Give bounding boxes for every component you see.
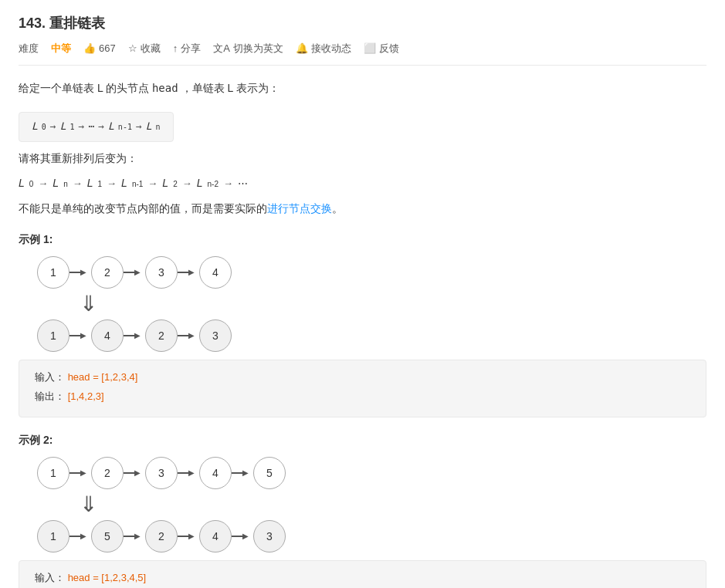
feedback-button[interactable]: ⬜ 反馈 [364, 41, 399, 57]
like-button[interactable]: 👍 667 [83, 41, 116, 57]
node: 1 [37, 457, 69, 489]
example1-input-line: 输入： head = [1,2,3,4] [35, 370, 690, 386]
example2-input-line: 输入： head = [1,2,3,4,5] [35, 570, 690, 586]
subscribe-button[interactable]: 🔔 接收动态 [296, 41, 351, 57]
node: 2 [91, 457, 124, 489]
node: 4 [199, 256, 232, 289]
node: 2 [145, 319, 178, 352]
formula-reordered: L0 → Ln → L1 → Ln-1 → L2 → Ln-2 → ⋯ [19, 174, 706, 192]
example1-output-label: 输出： [35, 390, 65, 402]
node: 5 [253, 457, 286, 489]
star-icon: ☆ [128, 41, 137, 57]
like-icon: 👍 [83, 41, 96, 57]
example2-before-row: 1 2 3 4 5 [37, 457, 286, 489]
down-arrow-2: ⇓ [80, 494, 97, 515]
difficulty-badge[interactable]: 中等 [51, 41, 71, 57]
example1-before-row: 1 2 3 4 [37, 256, 232, 289]
node: 3 [145, 457, 178, 489]
arrow [232, 467, 253, 479]
example1-input-value: head = [1,2,3,4] [68, 371, 138, 383]
collect-button[interactable]: ☆ 收藏 [128, 41, 161, 57]
down-arrow-1: ⇓ [80, 293, 97, 315]
example2-after-row: 1 5 2 4 3 [37, 520, 286, 553]
feedback-icon: ⬜ [364, 41, 376, 57]
node: 3 [145, 256, 178, 289]
arrow [178, 530, 199, 542]
example1-diagram: 1 2 3 4 ⇓ 1 4 2 3 [37, 256, 706, 352]
example1-after-row: 1 4 2 3 [37, 319, 232, 352]
example2-title: 示例 2: [19, 431, 706, 448]
node: 1 [37, 520, 69, 553]
arrow [124, 530, 145, 542]
node: 5 [91, 520, 124, 553]
arrow [69, 329, 91, 342]
arrow [69, 467, 91, 479]
node: 1 [37, 319, 69, 352]
reorder-prompt: 请将其重新排列后变为： [19, 150, 706, 167]
node: 3 [253, 520, 286, 553]
page-title: 143. 重排链表 [19, 12, 706, 35]
example1-code: 输入： head = [1,2,3,4] 输出： [1,4,2,3] [19, 360, 706, 418]
arrow [124, 329, 145, 342]
down-arrow-icon: ⇓ [80, 293, 97, 315]
node: 2 [145, 520, 178, 553]
node: 4 [199, 520, 232, 553]
content-area: 给定一个单链表 L 的头节点 head ，单链表 L 表示为： L0 → L1 … [19, 79, 706, 588]
node: 2 [91, 256, 124, 289]
bell-icon: 🔔 [296, 41, 308, 57]
share-icon: ↑ [173, 41, 178, 57]
example2-code: 输入： head = [1,2,3,4,5] 输出： [1,5,2,4,3] [19, 560, 706, 588]
arrow [69, 530, 91, 542]
example2-input-label: 输入： [35, 572, 65, 583]
node: 3 [199, 319, 232, 352]
node: 1 [37, 256, 69, 289]
formula-original: L0 → L1 → ⋯ → Ln-1 → Ln [19, 112, 174, 142]
arrow [178, 266, 199, 279]
arrow [69, 266, 91, 279]
arrow [124, 467, 145, 479]
arrow [232, 530, 253, 542]
example2-diagram: 1 2 3 4 5 ⇓ 1 5 2 4 [37, 457, 706, 553]
example2-input-value: head = [1,2,3,4,5] [68, 572, 147, 583]
translate-icon: 文A [213, 41, 230, 57]
toolbar: 难度 中等 👍 667 ☆ 收藏 ↑ 分享 文A 切换为英文 🔔 接收动态 ⬜ … [19, 41, 706, 66]
example1-title: 示例 1: [19, 231, 706, 248]
constraint-text: 不能只是单纯的改变节点内部的值，而是需要实际的进行节点交换。 [19, 200, 706, 217]
example1-input-label: 输入： [35, 371, 65, 383]
example1-output-value: [1,4,2,3] [68, 390, 104, 402]
page: 143. 重排链表 难度 中等 👍 667 ☆ 收藏 ↑ 分享 文A 切换为英文… [0, 0, 725, 588]
switch-lang-button[interactable]: 文A 切换为英文 [213, 41, 283, 57]
arrow [178, 329, 199, 342]
example1-output-line: 输出： [1,4,2,3] [35, 389, 690, 405]
intro-text: 给定一个单链表 L 的头节点 head ，单链表 L 表示为： [19, 79, 706, 96]
difficulty-label: 难度 [19, 41, 39, 57]
arrow [178, 467, 199, 479]
node: 4 [199, 457, 232, 489]
node: 4 [91, 319, 124, 352]
arrow [124, 266, 145, 279]
down-arrow-icon: ⇓ [80, 494, 97, 515]
share-button[interactable]: ↑ 分享 [173, 41, 202, 57]
